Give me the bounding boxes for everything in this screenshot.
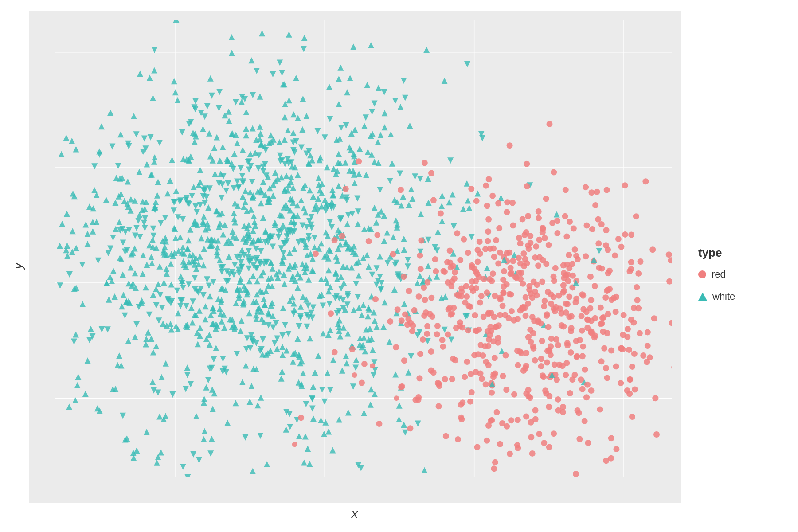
svg-marker-293	[302, 433, 309, 439]
svg-marker-442	[71, 339, 77, 345]
svg-point-1530	[626, 347, 632, 353]
svg-marker-404	[336, 183, 342, 189]
svg-marker-1072	[86, 203, 93, 210]
svg-point-1768	[416, 293, 422, 300]
svg-marker-801	[409, 196, 415, 202]
svg-marker-1070	[397, 104, 403, 110]
svg-marker-296	[307, 335, 313, 341]
svg-marker-876	[269, 300, 275, 306]
svg-marker-628	[239, 379, 246, 385]
svg-marker-695	[250, 213, 257, 219]
svg-point-1698	[486, 176, 492, 182]
svg-marker-713	[177, 234, 184, 240]
svg-marker-843	[352, 180, 358, 186]
svg-marker-1158	[332, 295, 338, 301]
svg-marker-1018	[326, 301, 332, 307]
svg-marker-704	[196, 308, 203, 314]
svg-marker-176	[246, 266, 252, 272]
svg-marker-82	[240, 193, 246, 200]
svg-point-1651	[555, 407, 562, 414]
svg-marker-1238	[233, 99, 239, 105]
svg-marker-574	[207, 293, 213, 299]
svg-point-1760	[634, 284, 640, 290]
svg-marker-206	[327, 387, 333, 393]
svg-marker-461	[158, 220, 164, 226]
svg-marker-1101	[180, 464, 186, 470]
svg-point-1764	[536, 237, 542, 243]
svg-point-1786	[450, 305, 457, 311]
svg-point-1317	[582, 367, 588, 373]
svg-point-1332	[562, 213, 568, 219]
svg-marker-1073	[373, 219, 379, 226]
svg-point-1802	[561, 288, 567, 294]
svg-marker-1151	[150, 292, 156, 298]
svg-marker-601	[434, 274, 440, 280]
svg-point-1655	[566, 265, 572, 271]
svg-marker-609	[230, 166, 236, 172]
svg-point-1607	[583, 184, 589, 190]
svg-marker-69	[390, 234, 396, 240]
svg-marker-1051	[168, 327, 175, 333]
svg-marker-184	[382, 110, 388, 116]
svg-point-1841	[483, 381, 489, 387]
svg-marker-1131	[303, 113, 309, 119]
svg-marker-1040	[217, 305, 223, 312]
svg-point-1746	[563, 360, 570, 366]
svg-point-1572	[440, 268, 446, 274]
svg-point-1843	[436, 380, 442, 387]
svg-marker-723	[380, 324, 387, 330]
svg-marker-1180	[202, 113, 208, 120]
svg-marker-1137	[258, 316, 265, 322]
svg-marker-1007	[303, 401, 309, 407]
svg-marker-850	[382, 124, 388, 130]
svg-point-1740	[449, 311, 455, 317]
svg-marker-1111	[247, 189, 253, 195]
svg-point-1727	[587, 305, 593, 312]
svg-point-1844	[453, 325, 459, 331]
svg-point-1324	[445, 332, 451, 338]
svg-marker-458	[96, 152, 102, 158]
svg-marker-519	[136, 169, 142, 175]
svg-point-1728	[671, 364, 672, 370]
svg-marker-967	[66, 403, 72, 410]
svg-marker-1105	[386, 339, 392, 345]
svg-marker-963	[282, 161, 288, 167]
svg-point-1326	[524, 183, 530, 189]
svg-marker-223	[243, 188, 249, 194]
svg-marker-863	[202, 316, 208, 322]
svg-marker-163	[249, 179, 255, 185]
svg-point-1653	[483, 183, 489, 189]
svg-marker-984	[460, 206, 466, 212]
svg-point-1482	[535, 262, 541, 269]
svg-marker-1091	[336, 417, 342, 423]
svg-point-1620	[428, 368, 434, 374]
svg-marker-282	[187, 227, 193, 233]
svg-point-1673	[434, 331, 440, 337]
svg-marker-209	[239, 173, 246, 179]
svg-point-1758	[598, 321, 604, 327]
svg-marker-1184	[135, 218, 141, 224]
svg-marker-641	[236, 270, 242, 277]
svg-marker-737	[171, 78, 177, 84]
svg-point-1558	[540, 257, 546, 263]
svg-marker-221	[200, 126, 206, 132]
svg-marker-241	[168, 281, 174, 287]
svg-marker-84	[137, 70, 143, 77]
svg-marker-360	[234, 140, 240, 146]
svg-point-1755	[532, 357, 538, 364]
svg-marker-228	[345, 330, 351, 336]
svg-marker-1240	[156, 414, 163, 420]
svg-marker-1236	[301, 46, 307, 52]
svg-marker-297	[144, 262, 150, 268]
svg-marker-825	[257, 94, 263, 100]
svg-marker-102	[402, 95, 408, 101]
svg-marker-1259	[206, 283, 212, 289]
svg-marker-761	[407, 122, 413, 129]
svg-point-1821	[517, 308, 523, 314]
svg-marker-1167	[98, 123, 105, 129]
svg-point-1794	[390, 251, 396, 257]
svg-point-1798	[542, 387, 548, 394]
svg-marker-981	[372, 318, 378, 324]
svg-point-1664	[624, 334, 630, 340]
svg-marker-923	[325, 370, 331, 376]
